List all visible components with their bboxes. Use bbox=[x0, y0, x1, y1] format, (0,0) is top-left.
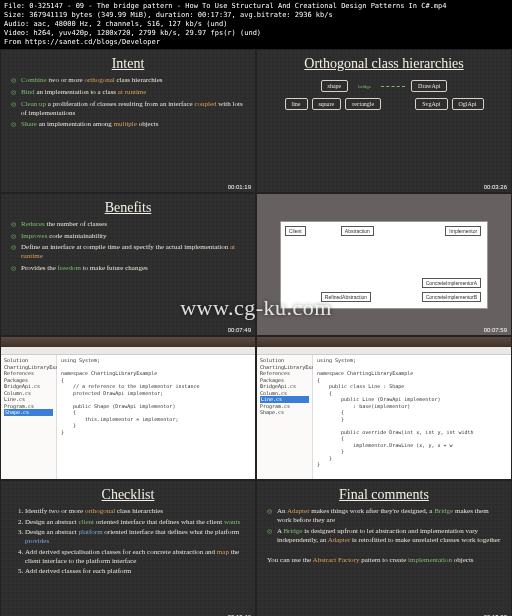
uml-concrete-a: ConcreteImplementorA bbox=[422, 278, 481, 288]
list-item: Design an abstract platform oriented int… bbox=[25, 528, 245, 546]
uml-concrete-b: ConcreteImplementorB bbox=[422, 292, 481, 302]
slide-intent: Intent Combine two or more orthogonal cl… bbox=[0, 49, 256, 193]
thumbnail-grid: Intent Combine two or more orthogonal cl… bbox=[0, 49, 512, 616]
bullet-list: Combine two or more orthogonal class hie… bbox=[11, 76, 245, 129]
bridge-arrow bbox=[381, 86, 405, 87]
file-metadata: File: 0-325147 - 09 - The bridge pattern… bbox=[0, 0, 512, 49]
ide-titlebar bbox=[1, 337, 255, 347]
timestamp: 00:07:59 bbox=[484, 327, 507, 333]
tree-item-selected[interactable]: Shape.cs bbox=[4, 409, 53, 416]
timestamp: 00:09:30 bbox=[228, 471, 251, 477]
slide-uml: Client Abstraction Implementor RefinedAb… bbox=[256, 193, 512, 337]
bullet: Clean up a proliferation of classes resu… bbox=[11, 100, 245, 118]
uml-refined: RefinedAbstraction bbox=[321, 292, 371, 302]
ide-titlebar bbox=[257, 337, 511, 347]
code-editor[interactable]: using System; namespace ChartingLibraryE… bbox=[313, 355, 511, 479]
meta-video: Video: h264, yuv420p, 1280x720, 2799 kb/… bbox=[4, 29, 508, 38]
meta-from: From https://sanet.cd/blogs/Developer bbox=[4, 38, 508, 47]
slide-final: Final comments An Adapter makes things w… bbox=[256, 480, 512, 616]
bridge-label: bridge bbox=[358, 84, 371, 89]
ide-tabbar bbox=[1, 347, 255, 355]
bullet-list: An Adapter makes things work after they'… bbox=[267, 507, 501, 545]
timestamp: 00:03:26 bbox=[484, 184, 507, 190]
ide-tabbar bbox=[257, 347, 511, 355]
slide-checklist: Checklist Identify two or more orthogona… bbox=[0, 480, 256, 616]
timestamp: 00:10:12 bbox=[484, 471, 507, 477]
tree-item[interactable]: Shape.cs bbox=[260, 409, 309, 416]
bullet: A Bridge is designed upfront to let abst… bbox=[267, 527, 501, 545]
class-diagram: shape bridge DrawApi line square rectang… bbox=[267, 80, 501, 110]
meta-audio: Audio: aac, 48000 Hz, 2 channels, S16, 1… bbox=[4, 20, 508, 29]
list-item: Add derived specialisation classes for e… bbox=[25, 548, 245, 566]
bullet: Combine two or more orthogonal class hie… bbox=[11, 76, 245, 85]
uml-client: Client bbox=[285, 226, 306, 236]
slide-title: Checklist bbox=[11, 487, 245, 503]
code-editor[interactable]: using System; namespace ChartingLibraryE… bbox=[57, 355, 255, 479]
slide-title: Benefits bbox=[11, 200, 245, 216]
list-item: Design an abstract client oriented inter… bbox=[25, 518, 245, 527]
uml-diagram: Client Abstraction Implementor RefinedAb… bbox=[280, 221, 488, 309]
bullet: An Adapter makes things work after they'… bbox=[267, 507, 501, 525]
slide-title: Orthogonal class hierarchies bbox=[267, 56, 501, 72]
slide-benefits: Benefits Reduces the number of classes I… bbox=[0, 193, 256, 337]
timestamp: 00:07:49 bbox=[228, 327, 251, 333]
slide-ide-shape: Solution ChartingLibraryExam References … bbox=[0, 336, 256, 480]
meta-file: File: 0-325147 - 09 - The bridge pattern… bbox=[4, 2, 508, 11]
bullet-list: Reduces the number of classes Improves c… bbox=[11, 220, 245, 273]
bullet: Improves code maintainability bbox=[11, 232, 245, 241]
solution-explorer: Solution ChartingLibraryExam References … bbox=[1, 355, 57, 479]
footer-note: You can use the Abstract Factory pattern… bbox=[267, 556, 501, 564]
bullet: Define an interface at compile time and … bbox=[11, 243, 245, 261]
box-oglapi: OglApi bbox=[452, 98, 484, 110]
uml-implementor: Implementor bbox=[445, 226, 481, 236]
timestamp: 00:01:19 bbox=[228, 184, 251, 190]
box-square: square bbox=[312, 98, 342, 110]
slide-title: Final comments bbox=[267, 487, 501, 503]
solution-explorer: Solution ChartingLibraryExam References … bbox=[257, 355, 313, 479]
slide-orthogonal: Orthogonal class hierarchies shape bridg… bbox=[256, 49, 512, 193]
meta-size: Size: 367941119 bytes (349.99 MiB), dura… bbox=[4, 11, 508, 20]
uml-abstraction: Abstraction bbox=[341, 226, 374, 236]
bullet: Share an implementation among multiple o… bbox=[11, 120, 245, 129]
slide-ide-line: Solution ChartingLibraryExam References … bbox=[256, 336, 512, 480]
list-item: Identify two or more orthogonal class hi… bbox=[25, 507, 245, 516]
slide-title: Intent bbox=[11, 56, 245, 72]
bullet: Bind an implementation to a class at run… bbox=[11, 88, 245, 97]
box-svgapi: SvgApi bbox=[415, 98, 447, 110]
box-shape: shape bbox=[321, 80, 349, 92]
list-item: Add derived classes for each platform bbox=[25, 567, 245, 576]
bullet: Provides the freedom to make future chan… bbox=[11, 264, 245, 273]
box-rectangle: rectangle bbox=[345, 98, 381, 110]
box-line: line bbox=[285, 98, 308, 110]
ordered-list: Identify two or more orthogonal class hi… bbox=[11, 507, 245, 576]
bullet: Reduces the number of classes bbox=[11, 220, 245, 229]
box-drawapi: DrawApi bbox=[411, 80, 447, 92]
